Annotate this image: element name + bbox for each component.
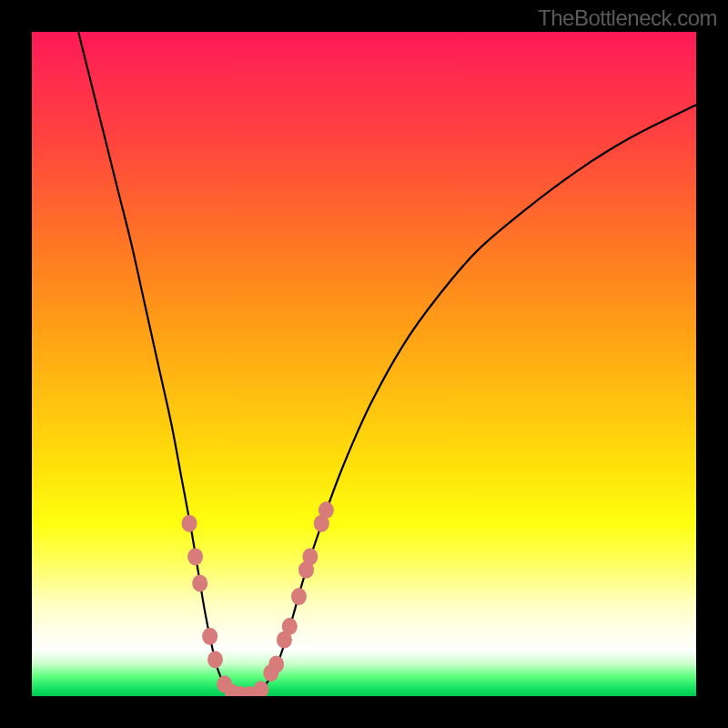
- chart-svg: [32, 32, 696, 696]
- sample-dot: [202, 628, 217, 645]
- sample-dots-group: [182, 501, 334, 696]
- sample-dot: [302, 548, 318, 565]
- bottleneck-curve: [78, 32, 696, 696]
- sample-dot: [282, 618, 298, 635]
- sample-dot: [207, 651, 223, 668]
- sample-dot: [291, 588, 307, 605]
- sample-dot: [318, 501, 334, 519]
- sample-dot: [268, 655, 284, 672]
- sample-dot: [192, 574, 207, 592]
- watermark-text: TheBottleneck.com: [538, 5, 717, 31]
- sample-dot: [182, 515, 197, 532]
- plot-area: [32, 32, 696, 696]
- sample-dot: [187, 548, 203, 565]
